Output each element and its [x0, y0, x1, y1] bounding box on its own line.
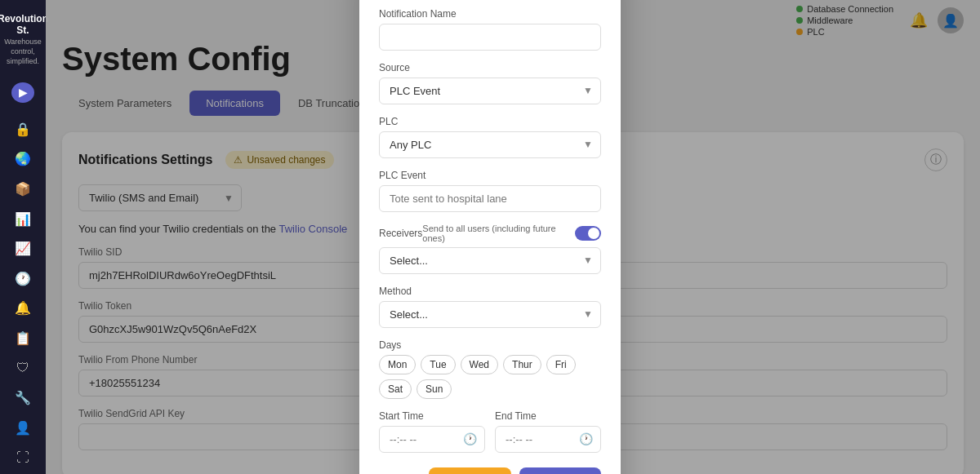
- cancel-button[interactable]: CANCEL: [429, 467, 511, 475]
- source-select[interactable]: PLC Event System Sensor: [379, 78, 601, 104]
- modal-footer: CANCEL 🛡 SAVE: [379, 467, 601, 475]
- send-all-toggle-row: Send to all users (including future ones…: [422, 224, 601, 243]
- source-select-wrapper: PLC Event System Sensor ▼: [379, 78, 601, 104]
- sidebar-icon-bell[interactable]: 🔔: [8, 295, 38, 322]
- save-button[interactable]: 🛡 SAVE: [519, 467, 601, 475]
- toggle-thumb: [588, 228, 599, 239]
- day-sun[interactable]: Sun: [416, 379, 452, 399]
- receivers-select-wrapper: Select... ▼: [379, 247, 601, 274]
- plc-label: PLC: [379, 116, 601, 127]
- receivers-select[interactable]: Select...: [379, 247, 601, 274]
- modal-method-select-wrapper: Select... ▼: [379, 301, 601, 328]
- day-thur[interactable]: Thur: [503, 355, 541, 374]
- sidebar-icon-tools[interactable]: 🔧: [8, 384, 38, 411]
- start-time-group: Start Time 🕐: [379, 410, 485, 453]
- modal-method-select[interactable]: Select...: [379, 301, 601, 328]
- send-all-text: Send to all users (including future ones…: [422, 224, 570, 243]
- end-time-label: End Time: [495, 410, 601, 422]
- day-tue[interactable]: Tue: [421, 355, 455, 374]
- sidebar: Revolution St. Warehouse control, simpli…: [0, 0, 46, 474]
- days-row: Mon Tue Wed Thur Fri Sat Sun: [379, 355, 601, 399]
- modal-method-label: Method: [379, 286, 601, 297]
- start-time-label: Start Time: [379, 410, 485, 422]
- source-group: Source PLC Event System Sensor ▼: [379, 62, 601, 104]
- day-wed[interactable]: Wed: [461, 355, 498, 374]
- sidebar-icon-chart[interactable]: 📊: [8, 206, 38, 233]
- day-mon[interactable]: Mon: [379, 355, 416, 374]
- sidebar-icon-analytics[interactable]: 📈: [8, 235, 38, 262]
- app-logo: Revolution St. Warehouse control, simpli…: [0, 7, 51, 73]
- sidebar-icon-globe[interactable]: 🌏: [8, 146, 38, 173]
- sidebar-icon-shield[interactable]: 🛡: [8, 355, 38, 382]
- sidebar-icon-box[interactable]: 📦: [8, 175, 38, 202]
- send-all-toggle[interactable]: [575, 226, 601, 241]
- day-fri[interactable]: Fri: [546, 355, 576, 374]
- source-label: Source: [379, 62, 601, 73]
- time-group: Start Time 🕐 End Time 🕐: [379, 410, 601, 453]
- modal-method-group: Method Select... ▼: [379, 286, 601, 328]
- sidebar-icon-user[interactable]: 👤: [8, 414, 38, 441]
- sidebar-icon-clock[interactable]: 🕐: [8, 265, 38, 292]
- receivers-group: Receivers Send to all users (including f…: [379, 224, 601, 274]
- receivers-label: Receivers: [379, 228, 422, 239]
- days-label: Days: [379, 339, 601, 351]
- end-time-input[interactable]: [495, 426, 601, 453]
- end-time-wrapper: 🕐: [495, 426, 601, 453]
- day-sat[interactable]: Sat: [379, 379, 412, 399]
- plc-select-wrapper: Any PLC PLC 1 PLC 2 ▼: [379, 131, 601, 158]
- time-row: Start Time 🕐 End Time 🕐: [379, 410, 601, 453]
- sidebar-icon-clipboard[interactable]: 📋: [8, 325, 38, 352]
- plc-event-label: PLC Event: [379, 170, 601, 181]
- days-group: Days Mon Tue Wed Thur Fri Sat Sun: [379, 339, 601, 399]
- plc-event-group: PLC Event: [379, 170, 601, 212]
- notification-name-label: Notification Name: [379, 8, 601, 20]
- sidebar-toggle[interactable]: ▶: [11, 82, 34, 103]
- plc-group: PLC Any PLC PLC 1 PLC 2 ▼: [379, 116, 601, 158]
- end-time-group: End Time 🕐: [495, 410, 601, 453]
- sidebar-icon-grid[interactable]: ⛶: [8, 444, 38, 471]
- plc-select[interactable]: Any PLC PLC 1 PLC 2: [379, 131, 601, 158]
- receivers-header: Receivers Send to all users (including f…: [379, 224, 601, 243]
- notification-name-input[interactable]: [379, 24, 601, 51]
- sidebar-icon-lock[interactable]: 🔒: [8, 116, 38, 143]
- start-time-input[interactable]: [379, 426, 485, 453]
- start-time-wrapper: 🕐: [379, 426, 485, 453]
- plc-event-input[interactable]: [379, 185, 601, 212]
- notification-name-group: Notification Name: [379, 8, 601, 51]
- new-notification-modal: New Notification Notification Name Sourc…: [359, 0, 621, 474]
